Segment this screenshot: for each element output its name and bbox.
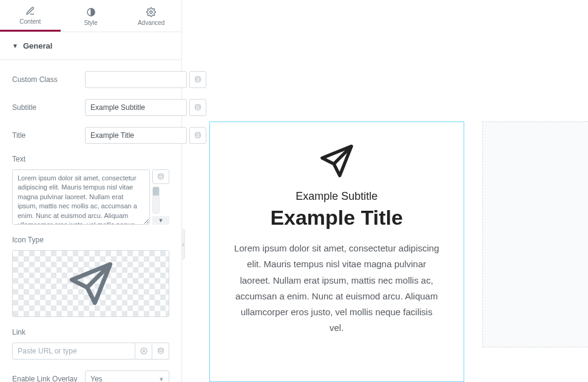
field-custom-class: Custom Class bbox=[12, 60, 169, 88]
link-options-button[interactable] bbox=[135, 343, 152, 360]
custom-class-input[interactable] bbox=[85, 71, 187, 88]
database-icon bbox=[157, 347, 164, 355]
preview-card[interactable]: Example Subtitle Example Title Lorem ips… bbox=[209, 121, 464, 382]
tab-content-label: Content bbox=[19, 18, 41, 25]
title-input[interactable] bbox=[85, 127, 187, 144]
gear-icon bbox=[140, 347, 147, 355]
text-field-wrap: ▼ bbox=[12, 169, 169, 225]
subtitle-label: Subtitle bbox=[12, 103, 85, 112]
svg-point-6 bbox=[143, 350, 144, 352]
contrast-icon bbox=[86, 7, 96, 17]
chevron-left-icon: ‹ bbox=[182, 240, 184, 248]
paper-plane-icon bbox=[319, 143, 354, 179]
tab-style-label: Style bbox=[84, 19, 97, 26]
link-overlay-label: Enable Link Overlay bbox=[12, 375, 85, 382]
icon-type-preview[interactable] bbox=[12, 250, 169, 317]
database-icon bbox=[157, 173, 164, 180]
section-title: General bbox=[23, 41, 52, 50]
drop-zone[interactable] bbox=[482, 121, 588, 347]
card-icon bbox=[234, 143, 439, 181]
subtitle-input[interactable] bbox=[85, 99, 187, 116]
icon-type-label: Icon Type bbox=[12, 236, 169, 244]
preview-canvas: Example Subtitle Example Title Lorem ips… bbox=[185, 0, 588, 382]
field-title: Title bbox=[12, 116, 169, 144]
scrollbar-thumb[interactable] bbox=[153, 187, 159, 196]
paper-plane-icon bbox=[68, 261, 114, 307]
text-label: Text bbox=[12, 155, 169, 163]
caret-down-icon: ▼ bbox=[12, 43, 18, 49]
link-overlay-select[interactable]: Yes bbox=[85, 370, 169, 382]
field-subtitle: Subtitle bbox=[12, 88, 169, 116]
textarea-scrollbar[interactable] bbox=[152, 186, 160, 214]
gear-icon bbox=[146, 7, 156, 17]
tab-style[interactable]: Style bbox=[61, 0, 121, 32]
section-header-general[interactable]: ▼ General bbox=[0, 32, 181, 60]
pencil-icon bbox=[25, 6, 35, 16]
svg-point-7 bbox=[158, 348, 163, 350]
card-subtitle: Example Subtitle bbox=[234, 190, 439, 203]
dynamic-button[interactable] bbox=[152, 343, 169, 360]
link-input[interactable] bbox=[12, 343, 135, 360]
svg-point-1 bbox=[150, 11, 152, 13]
tab-content[interactable]: Content bbox=[0, 0, 61, 32]
link-field-wrap bbox=[12, 343, 169, 360]
scrollbar-down-arrow[interactable]: ▼ bbox=[152, 216, 169, 225]
section-body: Custom Class Subtitle Title bbox=[0, 60, 181, 382]
editor-panel: Content Style Advanced ▼ General Custom … bbox=[0, 0, 182, 382]
custom-class-label: Custom Class bbox=[12, 75, 85, 84]
card-text: Lorem ipsum dolor sit amet, consectetur … bbox=[234, 240, 439, 336]
link-label: Link bbox=[12, 328, 169, 336]
tab-advanced[interactable]: Advanced bbox=[121, 0, 181, 32]
svg-point-5 bbox=[158, 174, 163, 176]
panel-tabs: Content Style Advanced bbox=[0, 0, 181, 32]
field-link-overlay: Enable Link Overlay Yes ▼ bbox=[12, 360, 169, 382]
card-title: Example Title bbox=[234, 206, 439, 230]
text-textarea[interactable] bbox=[12, 169, 150, 225]
dynamic-button[interactable] bbox=[152, 169, 169, 184]
title-label: Title bbox=[12, 131, 85, 140]
tab-advanced-label: Advanced bbox=[138, 19, 164, 26]
